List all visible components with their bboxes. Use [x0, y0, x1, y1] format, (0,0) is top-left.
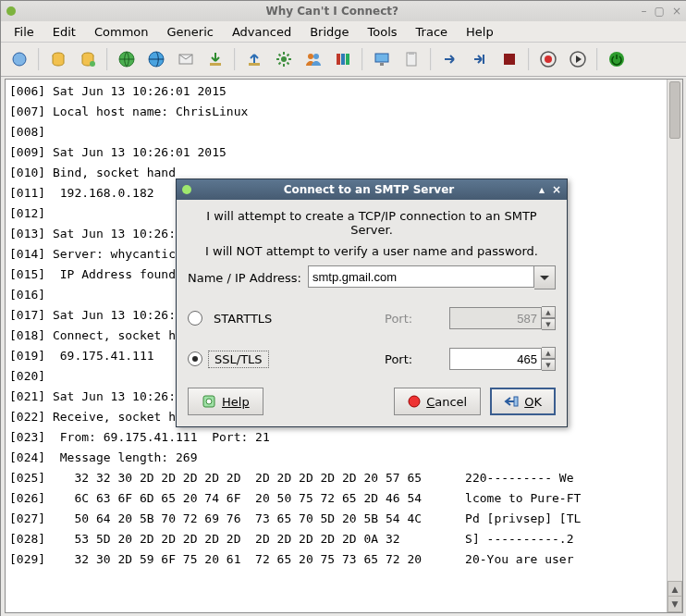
- address-label: Name / IP Address:: [188, 271, 308, 285]
- svg-rect-14: [346, 54, 349, 65]
- radio-ssltls-label[interactable]: SSL/TLS: [208, 351, 269, 368]
- dialog-rollup-icon[interactable]: ▴: [539, 183, 545, 196]
- toolbar-stop-icon[interactable]: [496, 46, 522, 72]
- svg-point-10: [308, 54, 313, 59]
- app-window: Why Can't I Connect? – ▢ × File Edit Com…: [0, 0, 686, 616]
- toolbar-db-icon[interactable]: [45, 46, 71, 72]
- menu-trace[interactable]: Trace: [409, 23, 456, 41]
- toolbar-gear-icon[interactable]: [271, 46, 297, 72]
- smtp-dialog: Connect to an SMTP Server ▴ × I will att…: [176, 179, 568, 427]
- port-label-ssltls: Port:: [385, 352, 449, 366]
- svg-rect-28: [514, 397, 518, 406]
- spin-down-icon-2[interactable]: ▼: [542, 359, 556, 371]
- svg-point-3: [90, 61, 95, 67]
- toolbar-globe-green-icon[interactable]: [114, 46, 140, 72]
- toolbar-mail-icon[interactable]: [173, 46, 199, 72]
- ok-icon: [504, 395, 519, 408]
- svg-rect-15: [375, 54, 388, 62]
- spin-up-icon: ▲: [542, 306, 556, 318]
- cancel-icon: [408, 395, 421, 408]
- svg-rect-7: [210, 63, 221, 66]
- radio-ssltls[interactable]: [188, 351, 202, 366]
- radio-starttls[interactable]: [188, 311, 202, 326]
- menu-file[interactable]: File: [6, 23, 42, 41]
- menubar: File Edit Common Generic Advanced Bridge…: [1, 21, 686, 43]
- dialog-intro-1: I will attempt to create a TCP/IP connec…: [188, 209, 556, 237]
- svg-point-22: [545, 55, 552, 63]
- ok-button[interactable]: OK: [490, 388, 556, 415]
- svg-point-26: [206, 399, 212, 404]
- dialog-title: Connect to an SMTP Server: [199, 183, 539, 196]
- toolbar-clipboard-icon[interactable]: [398, 46, 424, 72]
- toolbar-books-icon[interactable]: [330, 46, 356, 72]
- toolbar-connect-icon[interactable]: [6, 46, 32, 72]
- toolbar-download-icon[interactable]: [202, 46, 228, 72]
- help-button[interactable]: Help: [188, 388, 263, 415]
- titlebar: Why Can't I Connect? – ▢ ×: [1, 1, 686, 21]
- close-icon[interactable]: ×: [672, 5, 681, 18]
- cancel-button[interactable]: Cancel: [394, 388, 481, 415]
- scroll-down-icon[interactable]: ▼: [668, 596, 682, 612]
- svg-rect-16: [380, 63, 384, 66]
- toolbar-record-icon[interactable]: [535, 46, 561, 72]
- address-dropdown-icon[interactable]: [534, 265, 556, 290]
- toolbar-power-icon[interactable]: [604, 46, 630, 72]
- maximize-icon[interactable]: ▢: [655, 5, 665, 18]
- window-title: Why Can't I Connect?: [23, 5, 642, 18]
- menu-help[interactable]: Help: [459, 23, 501, 41]
- dialog-intro-2: I will NOT attempt to verify a user name…: [188, 244, 556, 258]
- svg-rect-13: [341, 54, 345, 65]
- svg-point-27: [409, 396, 420, 407]
- toolbar-skip-icon[interactable]: [467, 46, 493, 72]
- menu-generic[interactable]: Generic: [160, 23, 221, 41]
- dialog-close-icon[interactable]: ×: [552, 183, 561, 196]
- toolbar-play-icon[interactable]: [565, 46, 591, 72]
- dialog-app-icon: [182, 185, 191, 194]
- svg-point-9: [281, 56, 287, 62]
- app-icon: [6, 6, 16, 16]
- help-icon: [202, 394, 216, 409]
- port-starttls-input: [449, 307, 542, 329]
- svg-rect-20: [504, 54, 515, 65]
- spin-up-icon-2[interactable]: ▲: [542, 347, 556, 359]
- toolbar-arrow-right-icon[interactable]: [437, 46, 463, 72]
- svg-rect-8: [249, 63, 260, 66]
- toolbar-monitor-icon[interactable]: [369, 46, 395, 72]
- toolbar-upload-icon[interactable]: [241, 46, 267, 72]
- svg-point-0: [13, 53, 26, 66]
- toolbar-globe-blue-icon[interactable]: [143, 46, 169, 72]
- svg-rect-18: [409, 52, 414, 55]
- toolbar-db2-icon[interactable]: [75, 46, 101, 72]
- dialog-titlebar: Connect to an SMTP Server ▴ ×: [177, 179, 567, 200]
- svg-rect-17: [407, 53, 416, 66]
- scroll-thumb[interactable]: [669, 81, 680, 139]
- minimize-icon[interactable]: –: [642, 5, 647, 18]
- menu-tools[interactable]: Tools: [361, 23, 405, 41]
- menu-common[interactable]: Common: [87, 23, 156, 41]
- spin-down-icon: ▼: [542, 318, 556, 330]
- menu-advanced[interactable]: Advanced: [225, 23, 299, 41]
- scrollbar[interactable]: ▲ ▼: [667, 80, 682, 612]
- toolbar-users-icon[interactable]: [300, 46, 326, 72]
- address-input[interactable]: [308, 265, 534, 288]
- radio-starttls-label[interactable]: STARTTLS: [208, 311, 277, 326]
- menu-edit[interactable]: Edit: [45, 23, 83, 41]
- port-ssltls-input[interactable]: [449, 348, 542, 370]
- menu-bridge[interactable]: Bridge: [302, 23, 356, 41]
- toolbar: [1, 43, 686, 77]
- port-label-starttls: Port:: [385, 312, 449, 326]
- svg-point-11: [313, 54, 319, 59]
- svg-rect-12: [337, 54, 340, 65]
